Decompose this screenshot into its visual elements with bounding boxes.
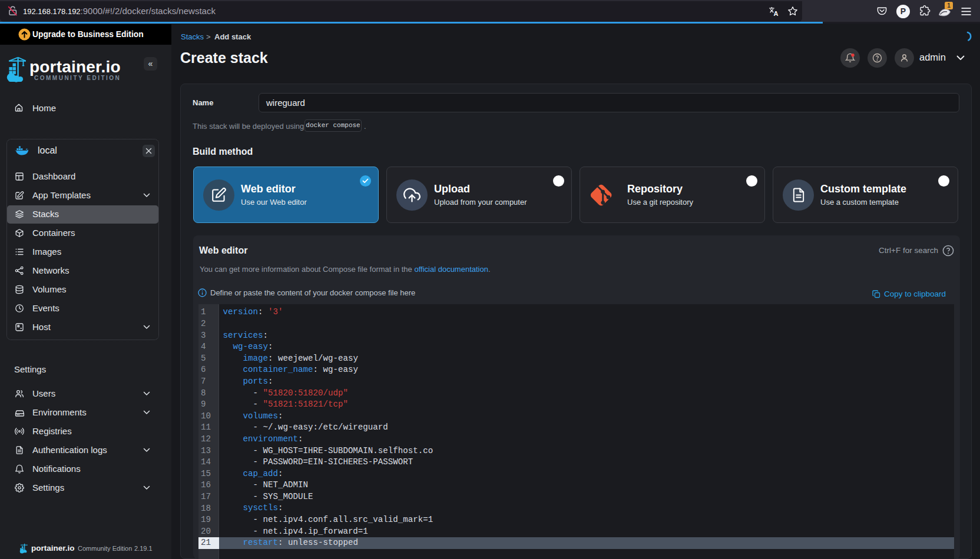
svg-text:A: A	[774, 10, 779, 16]
